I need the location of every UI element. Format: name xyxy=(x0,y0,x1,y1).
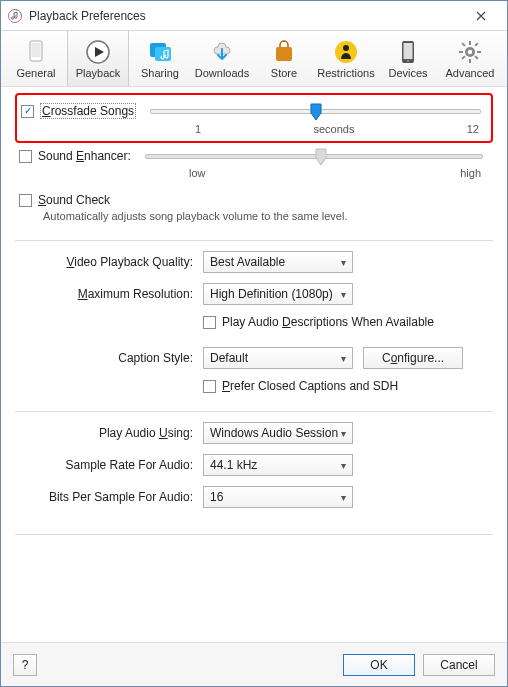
svg-point-12 xyxy=(407,60,409,62)
ok-label: OK xyxy=(370,658,387,672)
help-label: ? xyxy=(22,658,29,672)
svg-point-8 xyxy=(335,41,357,63)
tab-playback[interactable]: Playback xyxy=(67,31,129,86)
chevron-down-icon: ▾ xyxy=(341,492,346,503)
sample-rate-value: 44.1 kHz xyxy=(210,458,257,472)
svg-rect-20 xyxy=(474,42,478,46)
tab-advanced-label: Advanced xyxy=(446,67,495,79)
close-button[interactable] xyxy=(461,2,501,30)
sound-enhancer-low-label: low xyxy=(189,167,206,179)
max-resolution-dropdown[interactable]: High Definition (1080p) ▾ xyxy=(203,283,353,305)
sound-check-checkbox[interactable] xyxy=(19,194,32,207)
crossfade-max-label: 12 xyxy=(467,123,479,135)
ok-button[interactable]: OK xyxy=(343,654,415,676)
chevron-down-icon: ▾ xyxy=(341,460,346,471)
tab-downloads-label: Downloads xyxy=(195,67,249,79)
chevron-down-icon: ▾ xyxy=(341,257,346,268)
svg-point-9 xyxy=(343,45,349,51)
sound-enhancer-slider-thumb[interactable] xyxy=(314,148,328,166)
video-quality-dropdown[interactable]: Best Available ▾ xyxy=(203,251,353,273)
separator-3 xyxy=(15,534,493,535)
tab-general-label: General xyxy=(16,67,55,79)
titlebar: Playback Preferences xyxy=(1,1,507,31)
chevron-down-icon: ▾ xyxy=(341,353,346,364)
svg-rect-17 xyxy=(477,51,481,53)
crossfade-unit-label: seconds xyxy=(313,123,354,135)
chevron-down-icon: ▾ xyxy=(341,289,346,300)
tab-restrictions-label: Restrictions xyxy=(317,67,374,79)
close-icon xyxy=(476,11,486,21)
svg-rect-14 xyxy=(469,41,471,45)
play-audio-using-dropdown[interactable]: Windows Audio Session ▾ xyxy=(203,422,353,444)
tab-sharing-label: Sharing xyxy=(141,67,179,79)
tab-downloads[interactable]: Downloads xyxy=(191,31,253,86)
sound-enhancer-checkbox[interactable] xyxy=(19,150,32,163)
tab-playback-label: Playback xyxy=(76,67,121,79)
audio-descriptions-label: Play Audio Descriptions When Available xyxy=(222,315,434,329)
svg-rect-7 xyxy=(276,47,292,61)
crossfade-slider[interactable] xyxy=(150,109,481,114)
bits-per-sample-dropdown[interactable]: 16 ▾ xyxy=(203,486,353,508)
store-icon xyxy=(272,38,296,66)
tab-store[interactable]: Store xyxy=(253,31,315,86)
sound-check-description: Automatically adjusts song playback volu… xyxy=(43,210,493,222)
sound-enhancer-slider[interactable] xyxy=(145,154,483,159)
audio-descriptions-checkbox[interactable] xyxy=(203,316,216,329)
sound-enhancer-high-label: high xyxy=(460,167,481,179)
cancel-label: Cancel xyxy=(440,658,477,672)
prefer-cc-label: Prefer Closed Captions and SDH xyxy=(222,379,398,393)
content-pane: ✓ CCrossfade Songsrossfade Songs 1 secon… xyxy=(1,87,507,642)
restrictions-icon xyxy=(333,38,359,66)
app-icon xyxy=(7,8,23,24)
svg-rect-15 xyxy=(469,59,471,63)
downloads-icon xyxy=(209,38,235,66)
play-audio-using-label: Play Audio Using: xyxy=(15,426,195,440)
crossfade-highlight: ✓ CCrossfade Songsrossfade Songs 1 secon… xyxy=(15,93,493,143)
caption-style-dropdown[interactable]: Default ▾ xyxy=(203,347,353,369)
svg-rect-3 xyxy=(32,43,41,57)
video-quality-label: Video Playback Quality: xyxy=(15,255,195,269)
sound-enhancer-label: Sound Enhancer: xyxy=(38,149,131,163)
chevron-down-icon: ▾ xyxy=(341,428,346,439)
configure-caption-button[interactable]: Configure... xyxy=(363,347,463,369)
max-resolution-value: High Definition (1080p) xyxy=(210,287,333,301)
crossfade-checkbox[interactable]: ✓ xyxy=(21,105,34,118)
bits-per-sample-value: 16 xyxy=(210,490,223,504)
svg-rect-16 xyxy=(459,51,463,53)
devices-icon xyxy=(397,38,419,66)
crossfade-min-label: 1 xyxy=(195,123,201,135)
sharing-icon xyxy=(146,38,174,66)
play-audio-using-value: Windows Audio Session xyxy=(210,426,338,440)
cancel-button[interactable]: Cancel xyxy=(423,654,495,676)
video-quality-value: Best Available xyxy=(210,255,285,269)
svg-rect-18 xyxy=(461,42,465,46)
crossfade-slider-thumb[interactable] xyxy=(309,103,323,121)
general-icon xyxy=(25,38,47,66)
advanced-icon xyxy=(457,38,483,66)
tab-store-label: Store xyxy=(271,67,297,79)
svg-rect-21 xyxy=(461,55,465,59)
svg-rect-19 xyxy=(474,55,478,59)
tab-devices-label: Devices xyxy=(388,67,427,79)
sample-rate-dropdown[interactable]: 44.1 kHz ▾ xyxy=(203,454,353,476)
svg-point-22 xyxy=(468,50,472,54)
sample-rate-label: Sample Rate For Audio: xyxy=(15,458,195,472)
crossfade-label: CCrossfade Songsrossfade Songs xyxy=(40,103,136,119)
help-button[interactable]: ? xyxy=(13,654,37,676)
window-title: Playback Preferences xyxy=(29,9,461,23)
tab-general[interactable]: General xyxy=(5,31,67,86)
playback-icon xyxy=(85,38,111,66)
separator-2 xyxy=(15,411,493,412)
toolbar: General Playback Sharing Downloads Store… xyxy=(1,31,507,87)
tab-sharing[interactable]: Sharing xyxy=(129,31,191,86)
tab-devices[interactable]: Devices xyxy=(377,31,439,86)
tab-restrictions[interactable]: Restrictions xyxy=(315,31,377,86)
caption-style-value: Default xyxy=(210,351,248,365)
tab-advanced[interactable]: Advanced xyxy=(439,31,501,86)
max-resolution-label: Maximum Resolution: xyxy=(15,287,195,301)
svg-rect-11 xyxy=(404,43,413,59)
bits-per-sample-label: Bits Per Sample For Audio: xyxy=(15,490,195,504)
separator-1 xyxy=(15,240,493,241)
preferences-window: Playback Preferences General Playback Sh… xyxy=(0,0,508,687)
prefer-cc-checkbox[interactable] xyxy=(203,380,216,393)
